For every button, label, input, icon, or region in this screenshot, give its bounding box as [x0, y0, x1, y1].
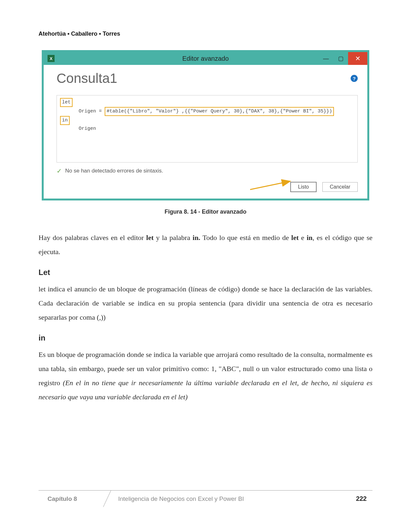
editor-body: Consulta1 ? let Origen = #table({"Libro"… — [44, 65, 367, 199]
heading-in: in — [39, 333, 372, 342]
cancelar-button[interactable]: Cancelar — [322, 182, 358, 192]
check-icon: ✓ — [57, 167, 62, 175]
window-controls: — ▢ ✕ — [319, 52, 367, 65]
query-title: Consulta1 — [57, 71, 117, 86]
paragraph-in: Es un bloque de programación donde se in… — [39, 348, 372, 404]
page-number: 222 — [356, 495, 372, 502]
maximize-button[interactable]: ▢ — [333, 52, 348, 65]
book-title: Inteligencia de Negocios con Excel y Pow… — [103, 495, 356, 502]
help-icon[interactable]: ? — [351, 75, 358, 82]
chapter-label: Capítulo 8 — [39, 491, 103, 507]
code-origen-label: Origen = — [79, 109, 102, 114]
paragraph-intro: Hay dos palabras claves en el editor let… — [39, 231, 372, 259]
authors-header: Atehortúa • Caballero • Torres — [39, 31, 372, 37]
code-editor[interactable]: let Origen = #table({"Libro", "Valor"} ,… — [57, 95, 358, 163]
minimize-button[interactable]: — — [319, 52, 333, 65]
code-return: Origen — [79, 126, 96, 131]
page-footer: Capítulo 8 Inteligencia de Negocios con … — [39, 490, 372, 507]
syntax-status: ✓ No se han detectado errores de sintaxi… — [57, 167, 358, 175]
close-button[interactable]: ✕ — [348, 52, 367, 65]
excel-icon: X — [48, 55, 55, 62]
code-table-highlight: #table({"Libro", "Valor"} ,{{"Power Quer… — [105, 107, 334, 116]
svg-line-0 — [250, 181, 290, 190]
titlebar: X Editor avanzado — ▢ ✕ — [44, 52, 367, 65]
figure-caption: Figura 8. 14 - Editor avanzado — [39, 208, 372, 215]
code-in-highlight: in — [60, 116, 70, 125]
listo-button[interactable]: Listo — [290, 182, 317, 192]
status-text: No se han detectado errores de sintaxis. — [65, 168, 163, 174]
heading-let: Let — [39, 268, 372, 277]
code-let-highlight: let — [60, 98, 73, 107]
arrow-annotation — [249, 178, 293, 191]
paragraph-let: let indica el anuncio de un bloque de pr… — [39, 282, 372, 324]
editor-window: X Editor avanzado — ▢ ✕ Consulta1 ? let … — [42, 50, 369, 200]
